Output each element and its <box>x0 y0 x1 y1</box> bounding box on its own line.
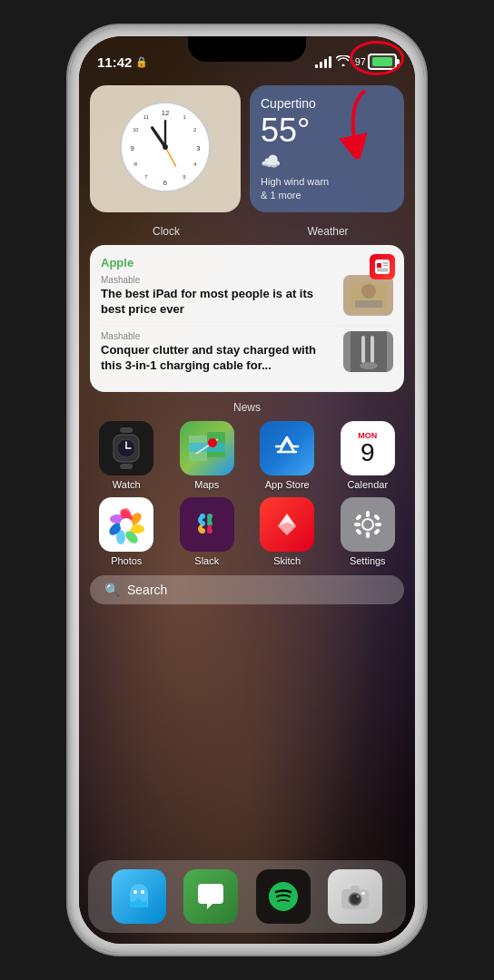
svg-text:6: 6 <box>163 179 167 187</box>
svg-rect-75 <box>361 892 365 895</box>
svg-rect-57 <box>366 511 370 517</box>
svg-rect-58 <box>366 532 370 538</box>
news-item-2-headline: Conquer clutter and stay charged with th… <box>101 343 336 374</box>
photos-label: Photos <box>111 555 142 566</box>
weather-widget[interactable]: Cupertino 55° ☁️ High wind warn& 1 more <box>250 85 404 212</box>
dock <box>88 860 406 933</box>
svg-rect-61 <box>355 514 362 521</box>
search-text: Search <box>127 583 167 597</box>
news-item-2-source: Mashable <box>101 331 336 341</box>
dock-app-camera[interactable] <box>328 869 382 924</box>
wifi-icon <box>336 54 351 69</box>
calendar-date: 9 <box>361 440 375 466</box>
news-item-1-thumbnail <box>343 275 393 316</box>
svg-rect-26 <box>120 464 133 469</box>
watch-icon <box>99 421 153 475</box>
svg-rect-22 <box>361 336 365 363</box>
svg-point-69 <box>269 882 298 911</box>
clock-face: 12 3 6 9 1 2 4 5 11 10 7 <box>120 102 211 192</box>
weather-label: Weather <box>252 225 404 238</box>
clock-widget[interactable]: 12 3 6 9 1 2 4 5 11 10 7 <box>90 85 241 212</box>
news-divider <box>101 325 393 326</box>
svg-line-13 <box>153 128 165 147</box>
svg-rect-62 <box>373 514 380 521</box>
svg-text:9: 9 <box>130 144 133 152</box>
dock-app-phantom[interactable] <box>112 869 166 924</box>
search-icon: 🔍 <box>104 583 120 597</box>
svg-rect-20 <box>355 300 382 308</box>
phone-frame: 11:42 🔒 <box>70 27 424 953</box>
watch-label: Watch <box>113 479 141 490</box>
svg-rect-71 <box>351 886 360 891</box>
spotify-icon <box>256 869 311 924</box>
svg-rect-23 <box>370 336 374 363</box>
news-widget[interactable]: Apple Mashable The best iPad for most pe… <box>90 245 404 392</box>
lock-icon: 🔒 <box>135 56 148 68</box>
svg-text:8: 8 <box>134 162 137 167</box>
svg-rect-64 <box>373 528 380 535</box>
slack-icon <box>180 497 234 552</box>
app-settings[interactable]: Settings <box>331 497 405 566</box>
news-item-1: Mashable The best iPad for most people i… <box>101 275 393 318</box>
app-appstore[interactable]: App Store <box>251 421 324 490</box>
svg-point-19 <box>361 284 376 299</box>
svg-point-56 <box>362 519 373 530</box>
weather-description: High wind warn& 1 more <box>261 175 393 201</box>
news-item-1-headline: The best iPad for most people is at its … <box>101 287 336 318</box>
news-item-2: Mashable Conquer clutter and stay charge… <box>101 331 393 374</box>
app-slack[interactable]: Slack <box>171 497 244 566</box>
dock-app-spotify[interactable] <box>256 869 311 924</box>
news-item-2-thumbnail <box>343 331 393 372</box>
phantom-icon <box>112 869 166 924</box>
svg-text:10: 10 <box>133 127 138 132</box>
battery-icon <box>368 54 397 70</box>
app-watch[interactable]: Watch <box>90 421 163 490</box>
app-skitch[interactable]: Skitch <box>251 497 324 566</box>
camera-icon <box>328 869 382 924</box>
app-maps[interactable]: Maps <box>171 421 244 490</box>
search-bar[interactable]: 🔍 Search <box>90 575 404 604</box>
news-item-1-source: Mashable <box>101 275 336 285</box>
phone-inner: 11:42 🔒 <box>79 36 415 944</box>
home-screen-content: 12 3 6 9 1 2 4 5 11 10 7 <box>79 76 415 944</box>
svg-point-48 <box>120 518 133 531</box>
widget-labels: Clock Weather <box>90 221 404 238</box>
calendar-icon: MON 9 <box>341 421 395 475</box>
app-photos[interactable]: Photos <box>90 497 163 566</box>
messages-icon <box>183 869 238 924</box>
widgets-row: 12 3 6 9 1 2 4 5 11 10 7 <box>90 85 404 212</box>
svg-rect-59 <box>354 523 361 526</box>
signal-icon <box>315 56 331 68</box>
skitch-icon <box>260 497 314 552</box>
svg-text:3: 3 <box>196 144 200 152</box>
status-indicators: 97 <box>315 54 397 70</box>
svg-point-24 <box>360 362 378 369</box>
screen: 11:42 🔒 <box>79 36 415 944</box>
appstore-icon <box>260 421 314 475</box>
status-time: 11:42 🔒 <box>97 54 148 70</box>
app-grid: Watch <box>90 421 404 566</box>
maps-label: Maps <box>194 479 219 490</box>
svg-line-15 <box>165 147 176 166</box>
maps-icon <box>180 421 234 475</box>
svg-text:1: 1 <box>183 114 186 120</box>
app-calendar[interactable]: MON 9 Calendar <box>331 421 405 490</box>
weather-temp: 55° <box>261 114 393 147</box>
appstore-label: App Store <box>265 479 310 490</box>
svg-point-67 <box>133 890 137 894</box>
calendar-label: Calendar <box>347 479 388 490</box>
cloud-icon: ☁️ <box>261 152 281 172</box>
dock-app-messages[interactable] <box>183 869 238 924</box>
svg-point-74 <box>357 896 360 898</box>
photos-icon <box>99 497 153 552</box>
svg-rect-60 <box>375 523 381 526</box>
slack-label: Slack <box>194 555 219 566</box>
skitch-label: Skitch <box>273 555 301 566</box>
settings-icon <box>341 497 395 552</box>
battery-indicator: 97 <box>355 54 397 70</box>
news-apple-source: Apple <box>101 256 393 270</box>
svg-text:4: 4 <box>193 162 197 167</box>
svg-rect-63 <box>355 528 362 535</box>
notch <box>188 36 306 62</box>
svg-point-68 <box>141 890 144 894</box>
